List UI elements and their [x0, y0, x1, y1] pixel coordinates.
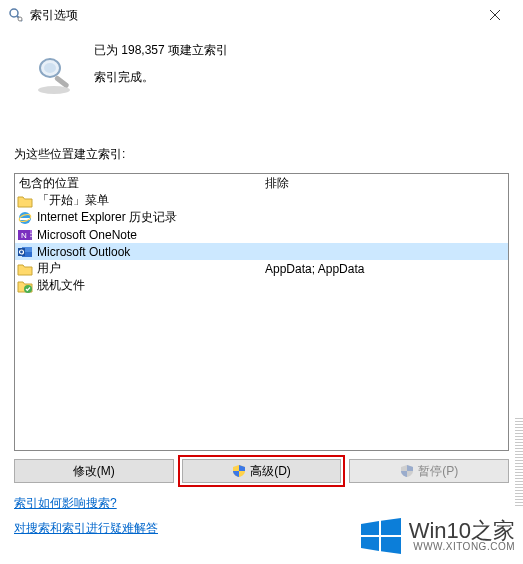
- table-row[interactable]: 脱机文件: [15, 277, 508, 294]
- watermark-url: WWW.XITONG.COM: [409, 542, 515, 552]
- decorative-scale: [515, 418, 523, 508]
- windows-logo-icon: [359, 514, 403, 558]
- ie-icon: [17, 210, 33, 226]
- pause-button-label: 暂停(P): [418, 463, 458, 480]
- svg-point-6: [44, 63, 56, 73]
- outlook-icon: [17, 244, 33, 260]
- help-link-troubleshoot-search-indexing[interactable]: 对搜索和索引进行疑难解答: [14, 520, 158, 537]
- items-indexed-label: 已为 198,357 项建立索引: [94, 42, 228, 59]
- status-area: 已为 198,357 项建立索引 索引完成。: [14, 42, 509, 98]
- indexing-options-icon: [8, 7, 24, 23]
- index-complete-label: 索引完成。: [94, 69, 228, 86]
- titlebar: 索引选项: [0, 0, 523, 30]
- pause-button: 暂停(P): [349, 459, 509, 483]
- location-name: Internet Explorer 历史记录: [37, 209, 177, 226]
- close-icon: [490, 10, 500, 20]
- window-title: 索引选项: [30, 7, 475, 24]
- location-name: 「开始」菜单: [37, 192, 109, 209]
- onenote-icon: N: [17, 227, 33, 243]
- svg-marker-24: [381, 537, 401, 554]
- list-header: 包含的位置 排除: [15, 174, 508, 192]
- header-exclude: 排除: [261, 175, 508, 192]
- table-row[interactable]: 「开始」菜单: [15, 192, 508, 209]
- offline-icon: [17, 278, 33, 294]
- svg-point-0: [10, 9, 18, 17]
- svg-marker-23: [361, 537, 379, 551]
- location-name: 用户: [37, 260, 61, 277]
- locations-listbox[interactable]: 包含的位置 排除 「开始」菜单Internet Explorer 历史记录NMi…: [14, 173, 509, 451]
- header-included-locations: 包含的位置: [15, 175, 261, 192]
- magnifier-icon: [34, 54, 78, 98]
- svg-marker-22: [381, 518, 401, 535]
- svg-rect-15: [30, 237, 32, 240]
- close-button[interactable]: [475, 0, 515, 30]
- location-name: 脱机文件: [37, 277, 85, 294]
- watermark-title: Win10之家: [409, 520, 515, 542]
- folder-icon: [17, 261, 33, 277]
- svg-rect-14: [30, 233, 32, 236]
- table-row[interactable]: Microsoft Outlook: [15, 243, 508, 260]
- table-row[interactable]: NMicrosoft OneNote: [15, 226, 508, 243]
- svg-text:N: N: [21, 231, 27, 240]
- advanced-button-label: 高级(D): [250, 463, 291, 480]
- table-row[interactable]: Internet Explorer 历史记录: [15, 209, 508, 226]
- advanced-button[interactable]: 高级(D): [182, 459, 342, 483]
- shield-icon: [400, 464, 414, 478]
- svg-marker-21: [361, 521, 379, 535]
- shield-icon: [232, 464, 246, 478]
- locations-section-label: 为这些位置建立索引:: [14, 146, 509, 163]
- help-link-how-indexing-affects-search[interactable]: 索引如何影响搜索?: [14, 495, 117, 512]
- svg-point-2: [18, 17, 22, 21]
- location-name: Microsoft Outlook: [37, 245, 130, 259]
- modify-button-label: 修改(M): [73, 463, 115, 480]
- exclude-value: AppData; AppData: [261, 262, 508, 276]
- modify-button[interactable]: 修改(M): [14, 459, 174, 483]
- svg-rect-13: [30, 230, 32, 233]
- folder-icon: [17, 193, 33, 209]
- svg-point-8: [38, 86, 70, 94]
- watermark: Win10之家 WWW.XITONG.COM: [359, 514, 515, 558]
- table-row[interactable]: 用户AppData; AppData: [15, 260, 508, 277]
- location-name: Microsoft OneNote: [37, 228, 137, 242]
